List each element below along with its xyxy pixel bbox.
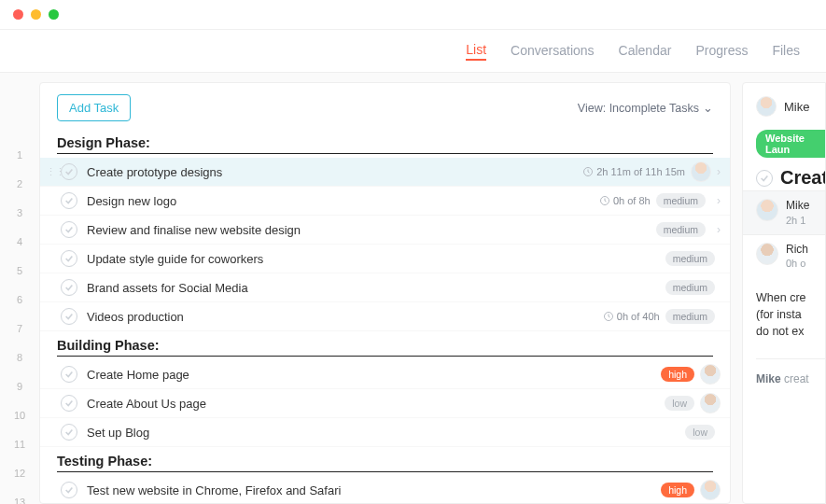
- row-number: 7: [0, 314, 39, 343]
- task-list-panel: Add Task View: Incomplete Tasks ⌄ Design…: [39, 82, 731, 504]
- window-close-icon[interactable]: [13, 9, 23, 20]
- complete-toggle-icon[interactable]: [61, 308, 77, 325]
- priority-badge: medium: [656, 193, 706, 208]
- section-header: Design Phase:: [40, 129, 730, 158]
- avatar: [756, 199, 778, 221]
- priority-badge: medium: [656, 222, 706, 237]
- priority-badge: medium: [665, 309, 715, 324]
- row-number: 5: [0, 256, 39, 285]
- priority-badge: low: [665, 396, 694, 411]
- view-filter-toggle[interactable]: View: Incomplete Tasks ⌄: [578, 101, 713, 115]
- task-detail-title: Creat: [756, 167, 825, 189]
- assignee-name: Rich: [786, 243, 808, 258]
- panel-owner-name: Mike: [784, 100, 809, 114]
- drag-handle-icon[interactable]: ⋮⋮: [46, 166, 57, 178]
- task-title: Set up Blog: [87, 426, 685, 440]
- window-minimize-icon[interactable]: [31, 9, 41, 20]
- task-title: Review and finalise new website design: [87, 223, 656, 237]
- complete-toggle-icon[interactable]: [756, 170, 773, 187]
- task-row[interactable]: ⋮⋮Brand assets for Social Mediamedium: [40, 273, 730, 302]
- task-title: Create About Us page: [87, 397, 665, 411]
- section-header: Testing Phase:: [40, 447, 730, 476]
- assignee-time: 2h 1: [786, 214, 809, 227]
- complete-toggle-icon[interactable]: [61, 163, 77, 180]
- complete-toggle-icon[interactable]: [61, 192, 77, 209]
- assignee-row[interactable]: Rich0h o: [756, 235, 825, 278]
- row-number: 6: [0, 285, 39, 314]
- row-number: 8: [0, 343, 39, 371]
- window-zoom-icon[interactable]: [49, 9, 59, 20]
- window-titlebar: [0, 0, 826, 30]
- complete-toggle-icon[interactable]: [61, 279, 77, 296]
- task-title: Test new website in Chrome, Firefox and …: [87, 483, 661, 497]
- section-header: Building Phase:: [40, 331, 730, 360]
- project-badge[interactable]: Website Laun: [756, 130, 825, 158]
- priority-badge: high: [661, 367, 694, 382]
- assignee-time: 0h o: [786, 257, 808, 270]
- task-row[interactable]: ⋮⋮Videos production0h of 40hmedium: [40, 302, 730, 331]
- tab-files[interactable]: Files: [772, 43, 800, 60]
- task-detail-panel: Mike Website Laun Creat Mike2h 1Rich0h o…: [742, 82, 826, 504]
- task-title: Create prototype designs: [87, 165, 582, 179]
- time-tracked-chip[interactable]: 0h of 40h: [603, 311, 660, 322]
- tab-list[interactable]: List: [466, 42, 486, 61]
- complete-toggle-icon[interactable]: [61, 424, 77, 441]
- complete-toggle-icon[interactable]: [61, 221, 77, 238]
- complete-toggle-icon[interactable]: [61, 482, 77, 498]
- task-row[interactable]: ⋮⋮Create Home pagehigh: [40, 360, 730, 389]
- add-task-button[interactable]: Add Task: [57, 94, 131, 121]
- task-row[interactable]: ⋮⋮Create prototype designs2h 11m of 11h …: [40, 158, 730, 187]
- row-number: 3: [0, 198, 39, 227]
- task-title: Design new logo: [87, 194, 599, 208]
- assignee-avatar[interactable]: [700, 480, 721, 500]
- task-title: Brand assets for Social Media: [87, 281, 665, 295]
- task-row[interactable]: ⋮⋮Test new website in Chrome, Firefox an…: [40, 476, 730, 504]
- row-number: 1: [0, 140, 39, 169]
- task-title: Update style guide for coworkers: [87, 252, 665, 266]
- time-tracked-chip[interactable]: 0h of 8h: [599, 195, 651, 206]
- avatar: [756, 96, 777, 117]
- task-title: Videos production: [87, 310, 603, 324]
- chevron-right-icon: ›: [717, 194, 721, 207]
- view-filter-label: View: Incomplete Tasks: [578, 102, 699, 115]
- assignee-avatar[interactable]: [691, 161, 711, 182]
- tab-progress[interactable]: Progress: [695, 43, 748, 60]
- main-tabs: ListConversationsCalendarProgressFiles: [0, 30, 826, 73]
- assignee-name: Mike: [786, 199, 809, 214]
- chevron-right-icon: ›: [717, 223, 721, 236]
- chevron-down-icon: ⌄: [703, 101, 713, 115]
- complete-toggle-icon[interactable]: [61, 395, 77, 412]
- row-number: 2: [0, 169, 39, 198]
- task-title: Create Home page: [87, 368, 661, 382]
- row-number: 12: [0, 458, 39, 487]
- assignee-avatar[interactable]: [700, 393, 721, 413]
- section-title: Testing Phase:: [57, 454, 713, 472]
- tab-conversations[interactable]: Conversations: [511, 43, 595, 60]
- task-row[interactable]: ⋮⋮Update style guide for coworkersmedium: [40, 245, 730, 273]
- complete-toggle-icon[interactable]: [61, 250, 77, 267]
- avatar: [756, 243, 778, 265]
- assignee-avatar[interactable]: [700, 364, 721, 385]
- section-title: Design Phase:: [57, 135, 713, 154]
- task-row[interactable]: ⋮⋮Set up Bloglow: [40, 418, 730, 447]
- row-number: 11: [0, 429, 39, 458]
- assignee-row[interactable]: Mike2h 1: [743, 190, 825, 235]
- task-row[interactable]: ⋮⋮Design new logo0h of 8hmedium›: [40, 187, 730, 216]
- row-number-gutter: 12345678910111213: [0, 82, 39, 504]
- row-number: 4: [0, 227, 39, 256]
- priority-badge: high: [661, 483, 694, 497]
- priority-badge: medium: [665, 251, 715, 266]
- task-description: When cre(for instado not ex: [756, 289, 825, 340]
- complete-toggle-icon[interactable]: [61, 366, 77, 383]
- panel-owner[interactable]: Mike: [756, 96, 825, 117]
- time-tracked-chip[interactable]: 2h 11m of 11h 15m: [582, 166, 685, 177]
- tab-calendar[interactable]: Calendar: [619, 43, 672, 60]
- task-activity-meta: Mike creat: [756, 358, 825, 385]
- task-row[interactable]: ⋮⋮Create About Us pagelow: [40, 389, 730, 418]
- section-title: Building Phase:: [57, 338, 713, 357]
- task-row[interactable]: ⋮⋮Review and finalise new website design…: [40, 216, 730, 245]
- priority-badge: low: [685, 425, 715, 440]
- priority-badge: medium: [665, 280, 715, 295]
- row-number: 9: [0, 371, 39, 400]
- chevron-right-icon: ›: [717, 165, 721, 178]
